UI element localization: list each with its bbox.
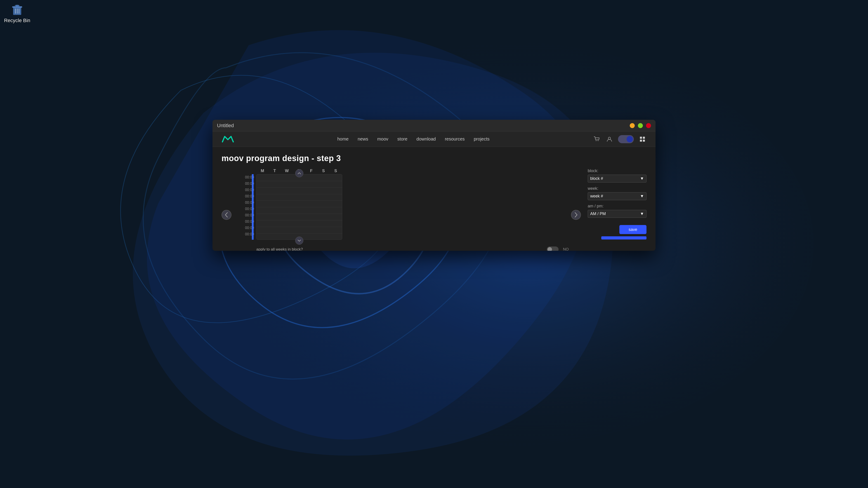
day-S1: S (317, 168, 330, 173)
logo-graphic (221, 135, 234, 144)
save-label: save (629, 227, 637, 232)
title-bar-left: Untitled (217, 123, 234, 129)
schedule-container: M T W T F S S 00:00 00:00 (234, 168, 569, 251)
nav-link-moov[interactable]: moov (377, 136, 388, 142)
svg-rect-3 (12, 6, 22, 8)
main-area: moov program design - step 3 M T (213, 147, 655, 251)
svg-point-9 (598, 140, 598, 141)
next-arrow[interactable] (571, 210, 581, 220)
scroll-down-button[interactable] (295, 236, 303, 245)
prev-arrow[interactable] (221, 210, 231, 220)
week-select[interactable]: week # ▼ (588, 192, 647, 200)
nav-link-projects[interactable]: projects (474, 136, 490, 142)
recycle-bin-icon[interactable]: Recycle Bin (0, 0, 34, 37)
title-bar: Untitled (213, 120, 655, 131)
days-header: M T W T F S S (234, 168, 569, 173)
svg-rect-11 (640, 137, 642, 139)
svg-point-8 (596, 140, 596, 141)
ampm-field-group: am / pm: AM / PM ▼ (588, 204, 647, 218)
day-F: F (305, 168, 317, 173)
page-title: moov program design - step 3 (221, 154, 647, 163)
ampm-chevron: ▼ (640, 212, 644, 216)
ampm-label: am / pm: (588, 204, 647, 208)
nav-links: home news moov store download resources … (337, 136, 490, 142)
toggle-weeks-label: apply to all weeks in block? (256, 247, 542, 251)
nav-actions (593, 135, 647, 143)
schedule-area: M T W T F S S 00:00 00:00 (221, 168, 581, 251)
schedule-grid-wrap (256, 174, 342, 240)
block-value: block # (590, 176, 603, 181)
grid-icon[interactable] (638, 135, 647, 143)
nav-link-resources[interactable]: resources (445, 136, 465, 142)
week-value: week # (590, 194, 603, 199)
block-field-group: block: block # ▼ (588, 168, 647, 183)
toggle-weeks-value: NO (563, 247, 569, 251)
svg-rect-13 (640, 140, 642, 142)
week-label: week: (588, 186, 647, 191)
nav-bar: home news moov store download resources … (213, 131, 655, 147)
maximize-button[interactable] (638, 123, 643, 128)
nav-link-home[interactable]: home (337, 136, 348, 142)
window-title: Untitled (217, 123, 234, 129)
svg-rect-14 (643, 140, 645, 142)
nav-logo (221, 135, 234, 144)
schedule-grid[interactable] (256, 174, 342, 240)
bottom-progress-bar (601, 236, 647, 239)
svg-point-10 (608, 137, 611, 139)
svg-rect-12 (643, 137, 645, 139)
ampm-select[interactable]: AM / PM ▼ (588, 210, 647, 218)
schedule-left-bar (252, 174, 254, 240)
ampm-value: AM / PM (590, 212, 606, 216)
window-controls (630, 123, 651, 128)
day-T1: T (269, 168, 281, 173)
day-S2: S (330, 168, 342, 173)
nav-link-store[interactable]: store (397, 136, 407, 142)
nav-link-download[interactable]: download (416, 136, 436, 142)
block-label: block: (588, 168, 647, 173)
schedule-body: 00:00 00:00 00:00 00:00 00:00 00:00 00:0… (234, 174, 569, 240)
toggle-weeks-circle (548, 247, 552, 251)
recycle-bin-graphic (11, 4, 24, 16)
nav-link-news[interactable]: news (358, 136, 368, 142)
day-M: M (256, 168, 269, 173)
app-window: Untitled home news moov store download (213, 120, 655, 251)
theme-toggle-circle (627, 136, 633, 142)
week-field-group: week: week # ▼ (588, 186, 647, 200)
content-row: M T W T F S S 00:00 00:00 (221, 168, 647, 251)
day-W: W (281, 168, 293, 173)
block-select[interactable]: block # ▼ (588, 175, 647, 183)
app-content: home news moov store download resources … (213, 131, 655, 251)
save-button[interactable]: save (619, 225, 647, 234)
cart-icon[interactable] (593, 135, 601, 143)
toggle-weeks-switch[interactable] (547, 247, 559, 251)
theme-toggle[interactable] (618, 135, 634, 143)
toggle-weeks-row: apply to all weeks in block? NO (256, 247, 569, 251)
recycle-bin-label: Recycle Bin (4, 18, 30, 24)
user-icon[interactable] (605, 135, 614, 143)
block-chevron: ▼ (640, 176, 644, 181)
week-chevron: ▼ (640, 194, 644, 199)
right-panel: block: block # ▼ week: week # ▼ (588, 168, 647, 239)
scroll-up-button[interactable] (295, 169, 303, 177)
close-button[interactable] (646, 123, 651, 128)
minimize-button[interactable] (630, 123, 635, 128)
